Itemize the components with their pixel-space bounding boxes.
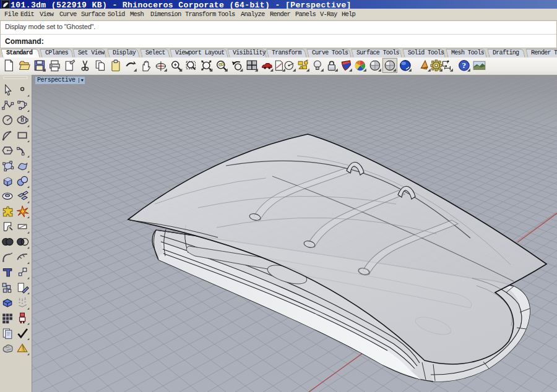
svg-text:?: ? xyxy=(462,61,467,70)
